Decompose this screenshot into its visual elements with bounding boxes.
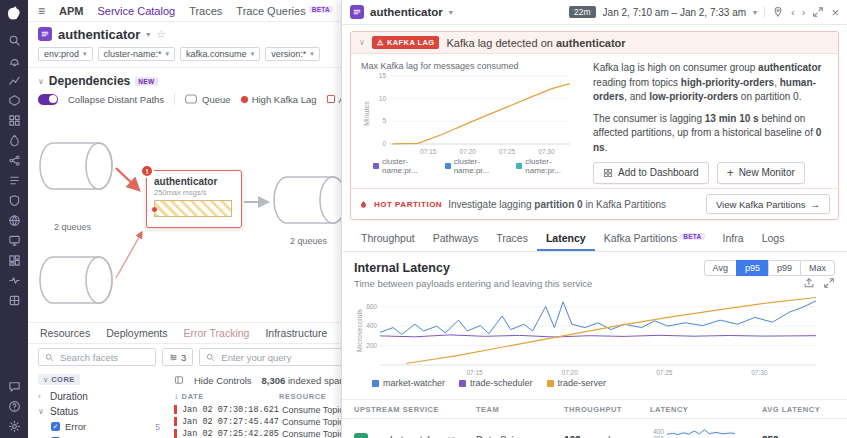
agg-max[interactable]: Max xyxy=(800,260,835,276)
integrations-icon[interactable] xyxy=(8,294,21,307)
chevron-down-icon[interactable]: ▾ xyxy=(753,8,757,17)
metrics-icon[interactable] xyxy=(8,74,21,87)
facet-duration[interactable]: ›Duration xyxy=(38,389,170,404)
favorite-star-icon[interactable]: ☆ xyxy=(156,28,166,41)
column-upstream-service[interactable]: UPSTREAM SERVICE xyxy=(354,405,476,414)
service-node-authenticator[interactable]: ! authenticator 250max msgs/s xyxy=(146,170,242,228)
view-kafka-partitions-button[interactable]: View Kafka Partitions→ xyxy=(706,194,830,214)
sort-desc-icon[interactable]: ↓ xyxy=(174,392,179,401)
agg-p95[interactable]: p95 xyxy=(736,260,769,276)
queue-node-upstream-1[interactable] xyxy=(40,143,112,189)
upstream-service-name[interactable]: market-watcher xyxy=(373,435,442,438)
tab-traces[interactable]: Traces xyxy=(487,226,537,251)
legend-item[interactable]: trade-scheduler xyxy=(459,378,533,388)
legend-high-kafka-lag[interactable]: High Kafka Lag xyxy=(241,94,317,105)
controls-count-chip[interactable]: 3 xyxy=(162,348,193,366)
synthetics-icon[interactable] xyxy=(8,214,21,227)
legend-item[interactable]: cluster-name:pr... xyxy=(445,157,508,175)
monitors-icon[interactable] xyxy=(8,274,21,287)
collapse-chevron-icon[interactable]: ∨ xyxy=(359,38,365,47)
facet-status-ok[interactable]: ✓ Ok 8.30k xyxy=(38,434,170,438)
kafka-lag-alert: ∨ ⚠KAFKA LAG Kafka lag detected on authe… xyxy=(350,31,839,220)
infrastructure-icon[interactable] xyxy=(8,94,21,107)
facet-search-input[interactable] xyxy=(58,351,149,364)
column-team[interactable]: TEAM xyxy=(476,405,564,414)
filter-version[interactable]: version:*▾ xyxy=(265,47,320,61)
time-range[interactable]: Jan 2, 7:10 am – Jan 2, 7:33 am xyxy=(603,7,746,18)
legend-item[interactable]: market-watcher xyxy=(372,378,445,388)
help-icon[interactable] xyxy=(8,400,21,413)
internal-latency-chart[interactable]: 20040060007:1507:2007:2507:30 xyxy=(354,293,824,377)
nav-item-trace-queries[interactable]: Trace QueriesBETA xyxy=(236,5,333,17)
collapse-chevron-icon[interactable]: ∨ xyxy=(38,77,44,86)
export-icon[interactable] xyxy=(803,277,815,289)
datadog-logo[interactable] xyxy=(5,5,23,23)
tab-pathways[interactable]: Pathways xyxy=(424,226,488,251)
legend-item[interactable]: trade-server xyxy=(547,378,607,388)
hide-controls-button[interactable]: Hide Controls xyxy=(194,375,252,386)
legend-item[interactable]: cluster-name:pr... xyxy=(516,157,579,175)
checkbox-checked-icon[interactable]: ✓ xyxy=(51,422,60,431)
facet-status-error[interactable]: ✓ Error 5 xyxy=(38,419,170,434)
expand-icon[interactable] xyxy=(812,6,824,18)
column-avg-latency[interactable]: AVG LATENCY xyxy=(762,405,835,414)
queue-node-downstream[interactable] xyxy=(274,177,346,223)
svg-text:07:30: 07:30 xyxy=(751,369,768,376)
apm-icon[interactable] xyxy=(8,134,21,147)
chat-icon[interactable] xyxy=(8,380,21,393)
edge-queue2-to-service[interactable] xyxy=(116,232,142,278)
watchdog-icon[interactable] xyxy=(8,54,21,67)
agg-avg[interactable]: Avg xyxy=(704,260,737,276)
edge-queue-to-service[interactable] xyxy=(116,168,139,190)
chevron-down-icon[interactable]: ▾ xyxy=(449,8,453,17)
tab-infra[interactable]: Infra xyxy=(714,226,753,251)
close-icon[interactable]: × xyxy=(831,6,839,19)
panel-service-name[interactable]: authenticator xyxy=(370,6,443,18)
add-to-dashboard-button[interactable]: Add to Dashboard xyxy=(593,162,709,184)
search-icon[interactable] xyxy=(8,34,21,47)
nav-item-traces[interactable]: Traces xyxy=(189,5,222,17)
host-map-icon[interactable] xyxy=(8,114,21,127)
security-icon[interactable] xyxy=(8,194,21,207)
fullscreen-icon[interactable] xyxy=(823,277,835,289)
agg-p99[interactable]: p99 xyxy=(768,260,801,276)
hot-partition-text: Investigate lagging partition 0 in Kafka… xyxy=(448,199,666,210)
column-throughput[interactable]: THROUGHPUT xyxy=(564,405,650,414)
node-throughput: 250max msgs/s xyxy=(154,188,234,197)
dashboards-icon[interactable] xyxy=(8,254,21,267)
facet-group-core[interactable]: ∨CORE xyxy=(38,374,80,385)
new-monitor-button[interactable]: +New Monitor xyxy=(717,162,805,184)
tab-logs[interactable]: Logs xyxy=(753,226,794,251)
tab-latency[interactable]: Latency xyxy=(537,226,595,251)
tab-kafka-partitions[interactable]: Kafka PartitionsBETA xyxy=(595,226,714,251)
column-resource[interactable]: RESOURCE xyxy=(279,392,326,401)
kafka-lag-chart[interactable]: 05101507:1507:2007:2507:30 xyxy=(371,72,576,156)
filter-operation[interactable]: kafka.consume▾ xyxy=(180,47,260,61)
tab-throughput[interactable]: Throughput xyxy=(352,226,424,251)
queue-node-upstream-2[interactable] xyxy=(40,257,112,303)
filter-cluster[interactable]: cluster-name:*▾ xyxy=(98,47,176,61)
traces-icon[interactable] xyxy=(8,154,21,167)
column-date[interactable]: DATE xyxy=(182,392,204,401)
next-arrow-icon[interactable]: › xyxy=(802,7,806,18)
legend-item[interactable]: cluster-name:pr... xyxy=(373,157,436,175)
tab-resources[interactable]: Resources xyxy=(40,327,90,339)
product-label: APM xyxy=(59,5,83,17)
rum-icon[interactable] xyxy=(8,234,21,247)
tab-infrastructure[interactable]: Infrastructure xyxy=(265,327,327,339)
settings-gear-icon[interactable] xyxy=(8,420,21,433)
logs-icon[interactable] xyxy=(8,174,21,187)
pin-icon[interactable] xyxy=(772,6,784,18)
prev-arrow-icon[interactable]: ‹ xyxy=(791,7,795,18)
chevron-down-icon[interactable]: ▾ xyxy=(146,30,150,39)
legend-queue[interactable]: Queue xyxy=(185,94,231,105)
collapse-distant-paths-toggle[interactable] xyxy=(38,94,58,105)
filter-env[interactable]: env:prod▾ xyxy=(38,47,93,61)
tab-deployments[interactable]: Deployments xyxy=(106,327,167,339)
column-latency[interactable]: LATENCY xyxy=(650,405,762,414)
hamburger-menu-icon[interactable]: ≡ xyxy=(38,4,45,18)
table-row[interactable]: market-watcher Data Science 163 msgs/s 2… xyxy=(342,419,847,438)
tab-error-tracking[interactable]: Error Tracking xyxy=(183,327,249,339)
facet-status[interactable]: ∨Status xyxy=(38,404,170,419)
nav-item-service-catalog[interactable]: Service Catalog xyxy=(97,5,175,17)
